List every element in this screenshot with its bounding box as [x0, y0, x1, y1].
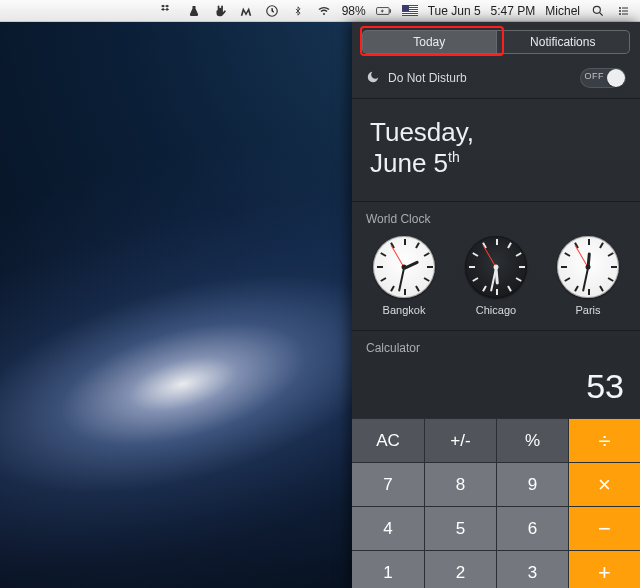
clock-bangkok[interactable]: Bangkok [361, 236, 447, 316]
bluetooth-icon[interactable] [290, 3, 306, 19]
tab-today[interactable]: Today [363, 31, 496, 53]
menubar-date[interactable]: Tue Jun 5 [428, 4, 481, 18]
wifi-icon[interactable] [316, 3, 332, 19]
clock-face [557, 236, 619, 298]
svg-point-15 [619, 13, 621, 15]
world-clock-widget: World Clock BangkokChicagoParis [352, 202, 640, 331]
date-weekday: Tuesday, [370, 117, 622, 148]
menubar-user[interactable]: Michel [545, 4, 580, 18]
svg-rect-16 [622, 13, 628, 14]
clock-chicago[interactable]: Chicago [453, 236, 539, 316]
menubar-time[interactable]: 5:47 PM [491, 4, 536, 18]
calc-key-9[interactable]: 9 [496, 462, 568, 506]
malwarebytes-icon[interactable] [238, 3, 254, 19]
clock-icon[interactable] [264, 3, 280, 19]
world-clock-title: World Clock [352, 202, 640, 230]
svg-rect-14 [622, 10, 628, 11]
nc-tabs: Today Notifications [352, 22, 640, 60]
clock-city-label: Bangkok [383, 304, 426, 316]
beaker-icon[interactable] [186, 3, 202, 19]
dnd-switch-knob [607, 69, 625, 87]
calculator-title: Calculator [352, 331, 640, 359]
clock-paris[interactable]: Paris [545, 236, 631, 316]
calc-key-1[interactable]: 1 [352, 550, 424, 588]
date-monthday: June 5th [370, 148, 622, 179]
calculator-display: 53 [352, 359, 640, 418]
calc-key-2[interactable]: 2 [424, 550, 496, 588]
dropbox-icon[interactable] [160, 3, 176, 19]
tab-notifications[interactable]: Notifications [496, 31, 630, 53]
svg-rect-9 [402, 5, 409, 11]
calc-key-+/-[interactable]: +/- [424, 418, 496, 462]
svg-rect-12 [622, 7, 628, 8]
calc-key-×[interactable]: × [568, 462, 640, 506]
calc-key-÷[interactable]: ÷ [568, 418, 640, 462]
search-icon[interactable] [590, 3, 606, 19]
calc-key-−[interactable]: − [568, 506, 640, 550]
svg-point-11 [619, 7, 621, 9]
today-date: Tuesday, June 5th [352, 99, 640, 202]
dnd-switch[interactable]: OFF [580, 68, 626, 88]
clock-city-label: Paris [575, 304, 600, 316]
calculator-keypad: AC+/-%÷789×456−123+0.= [352, 418, 640, 588]
clock-city-label: Chicago [476, 304, 516, 316]
moon-icon [366, 70, 380, 87]
calc-key-AC[interactable]: AC [352, 418, 424, 462]
svg-rect-7 [402, 12, 418, 13]
calc-key-7[interactable]: 7 [352, 462, 424, 506]
clock-face [465, 236, 527, 298]
us-flag-icon[interactable] [402, 3, 418, 19]
svg-point-13 [619, 10, 621, 12]
hand-icon[interactable] [212, 3, 228, 19]
dnd-switch-label: OFF [585, 71, 605, 81]
notification-center-panel: Today Notifications Do Not Disturb OFF T… [352, 22, 640, 588]
calc-key-3[interactable]: 3 [496, 550, 568, 588]
calc-key-8[interactable]: 8 [424, 462, 496, 506]
calc-key-%[interactable]: % [496, 418, 568, 462]
calculator-widget: Calculator 53 AC+/-%÷789×456−123+0.= [352, 331, 640, 588]
battery-percent[interactable]: 98% [342, 4, 366, 18]
battery-charging-icon[interactable] [376, 3, 392, 19]
svg-point-10 [593, 6, 600, 13]
calc-key-+[interactable]: + [568, 550, 640, 588]
menubar: 98% Tue Jun 5 5:47 PM Michel [0, 0, 640, 22]
calc-key-4[interactable]: 4 [352, 506, 424, 550]
calc-key-5[interactable]: 5 [424, 506, 496, 550]
nc-segmented-control: Today Notifications [362, 30, 630, 54]
dnd-row: Do Not Disturb OFF [352, 60, 640, 99]
calc-key-6[interactable]: 6 [496, 506, 568, 550]
dnd-label: Do Not Disturb [388, 71, 467, 85]
list-icon[interactable] [616, 3, 632, 19]
clock-face [373, 236, 435, 298]
svg-rect-8 [402, 14, 418, 15]
world-clock-row: BangkokChicagoParis [352, 230, 640, 318]
svg-rect-2 [389, 9, 390, 12]
